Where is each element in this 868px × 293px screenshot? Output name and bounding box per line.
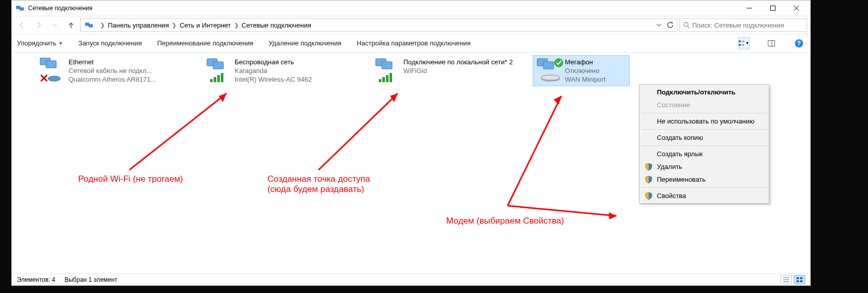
svg-rect-26 <box>214 77 216 82</box>
help-button[interactable]: ? <box>793 37 805 50</box>
breadcrumb[interactable]: ❯ Панель управления ❯ Сеть и Интернет ❯ … <box>80 18 677 32</box>
ctx-status: Состояние <box>641 99 768 111</box>
connection-name: Мегафон <box>565 58 606 66</box>
menu-separator <box>641 129 767 130</box>
up-button[interactable] <box>64 18 78 32</box>
annotation-native-wifi: Родной Wi-Fi (не трогаем) <box>78 174 183 184</box>
svg-rect-27 <box>217 75 220 82</box>
minimize-button[interactable] <box>738 1 761 16</box>
chevron-right-icon: ❯ <box>172 22 176 29</box>
status-bar: Элементов: 4 Выбран 1 элемент <box>12 274 810 285</box>
svg-rect-54 <box>800 280 803 282</box>
ctx-create-copy[interactable]: Создать копию <box>641 131 768 144</box>
connection-settings-button[interactable]: Настройка параметров подключения <box>357 39 471 47</box>
connection-device: WAN Miniport <box>565 75 606 84</box>
menu-separator <box>641 113 767 113</box>
svg-rect-3 <box>771 6 775 11</box>
address-bar-row: ❯ Панель управления ❯ Сеть и Интернет ❯ … <box>12 16 810 34</box>
connections-list[interactable]: Ethernet Сетевой кабель не подкл... Qual… <box>12 53 810 274</box>
start-connection-button[interactable]: Запуск подключения <box>78 39 142 47</box>
connection-status: Сетевой кабель не подкл... <box>68 66 156 75</box>
maximize-button[interactable] <box>761 1 785 16</box>
svg-line-46 <box>508 206 616 216</box>
menu-separator <box>641 187 767 188</box>
svg-marker-45 <box>554 96 561 105</box>
status-item-count: Элементов: 4 <box>17 276 55 283</box>
svg-rect-36 <box>543 62 554 69</box>
chevron-right-icon: ❯ <box>100 22 105 29</box>
svg-marker-47 <box>609 212 616 219</box>
svg-point-39 <box>541 75 560 80</box>
svg-marker-41 <box>219 93 226 102</box>
svg-rect-51 <box>796 277 799 279</box>
breadcrumb-seg-control-panel[interactable]: Панель управления <box>108 21 169 29</box>
search-icon <box>683 21 690 29</box>
svg-rect-31 <box>379 79 381 82</box>
ctx-rename[interactable]: Переименовать <box>641 173 768 186</box>
preview-pane-button[interactable] <box>765 37 778 50</box>
recent-locations-button[interactable] <box>48 18 62 32</box>
svg-rect-28 <box>221 73 223 82</box>
shield-icon <box>645 176 653 184</box>
svg-rect-53 <box>796 280 799 282</box>
chevron-down-icon[interactable] <box>656 22 661 28</box>
svg-rect-25 <box>210 79 213 82</box>
explorer-window: Сетевые подключения ❯ Панель управления … <box>11 0 811 286</box>
svg-rect-24 <box>213 62 223 69</box>
svg-rect-11 <box>739 44 741 46</box>
breadcrumb-seg-network-connections[interactable]: Сетевые подключения <box>242 21 311 29</box>
connection-item-ethernet[interactable]: Ethernet Сетевой кабель не подкл... Qual… <box>40 58 156 84</box>
connection-item-hotspot[interactable]: Подключение по локальной сети* 2 WiFiGid <box>375 58 513 82</box>
view-details-button[interactable] <box>781 275 792 284</box>
window-title: Сетевые подключения <box>28 5 738 12</box>
refresh-icon[interactable] <box>667 21 674 29</box>
svg-point-22 <box>48 76 60 81</box>
chevron-down-icon: ▼ <box>58 41 63 46</box>
svg-rect-34 <box>390 73 392 82</box>
connection-name: Подключение по локальной сети* 2 <box>403 58 513 66</box>
svg-text:?: ? <box>797 40 801 47</box>
svg-rect-52 <box>800 277 803 279</box>
connection-item-megafon[interactable]: Мегафон Отключено WAN Miniport <box>533 56 629 86</box>
connection-device: Qualcomm Atheros AR8171... <box>68 75 156 84</box>
ctx-properties[interactable]: Свойства <box>641 189 768 202</box>
svg-point-8 <box>684 22 688 27</box>
back-button[interactable] <box>15 18 29 32</box>
connection-item-wireless[interactable]: Беспроводная сеть Karaganda Intel(R) Wir… <box>206 58 312 84</box>
svg-point-37 <box>555 59 563 67</box>
svg-rect-19 <box>46 61 56 68</box>
ctx-connect-disconnect[interactable]: Подключить/отключить <box>641 86 768 99</box>
ctx-no-default[interactable]: Не использовать по умолчанию <box>641 115 768 128</box>
forward-button[interactable] <box>31 18 45 32</box>
organize-button[interactable]: Упорядочить▼ <box>17 39 63 47</box>
close-button[interactable] <box>785 1 808 16</box>
connection-name: Ethernet <box>68 58 156 66</box>
network-adapter-icon <box>375 58 399 82</box>
chevron-down-icon: ▼ <box>745 41 749 45</box>
shield-icon <box>645 163 653 171</box>
context-menu: Подключить/отключить Состояние Не исполь… <box>639 84 769 204</box>
ctx-create-shortcut[interactable]: Создать ярлык <box>641 148 768 160</box>
annotation-modem: Модем (выбираем Свойства) <box>446 216 564 226</box>
svg-line-40 <box>129 93 226 170</box>
view-options-button[interactable]: ▼ <box>738 37 750 50</box>
svg-line-9 <box>688 26 690 28</box>
search-box[interactable] <box>679 18 807 32</box>
delete-connection-button[interactable]: Удаление подключения <box>269 39 341 47</box>
chevron-right-icon: ❯ <box>234 22 239 29</box>
breadcrumb-seg-network-internet[interactable]: Сеть и Интернет <box>179 21 231 29</box>
svg-rect-30 <box>382 62 392 69</box>
connection-status: Отключено <box>565 66 606 75</box>
network-adapter-icon <box>536 58 561 82</box>
search-input[interactable] <box>692 21 804 29</box>
connection-status: WiFiGid <box>403 66 513 75</box>
network-connections-icon <box>84 20 94 30</box>
svg-rect-33 <box>386 75 389 82</box>
status-selection: Выбран 1 элемент <box>64 276 117 283</box>
ctx-delete[interactable]: Удалить <box>641 160 768 173</box>
connection-name: Беспроводная сеть <box>235 58 312 66</box>
view-large-icons-button[interactable] <box>794 275 805 284</box>
rename-connection-button[interactable]: Переименование подключения <box>157 39 254 47</box>
svg-rect-0 <box>16 6 20 9</box>
svg-rect-6 <box>85 23 89 26</box>
